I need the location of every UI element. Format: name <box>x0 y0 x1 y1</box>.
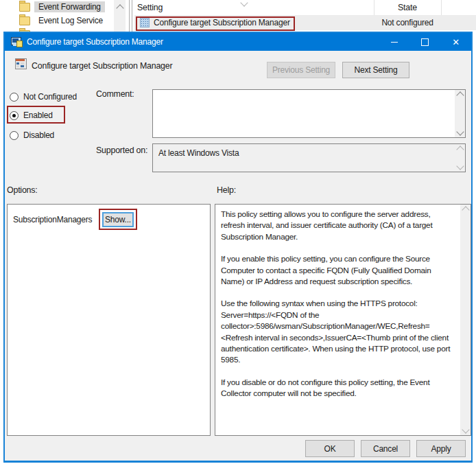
policy-setting-name: Configure target Subscription Manager <box>154 16 290 30</box>
help-label: Help: <box>217 185 236 195</box>
folder-icon <box>19 3 30 12</box>
maximize-button[interactable] <box>409 33 440 51</box>
policy-setting-icon <box>140 18 150 27</box>
radio-circle[interactable] <box>10 111 19 120</box>
radio-enabled[interactable]: Enabled <box>10 111 53 120</box>
radio-circle[interactable] <box>10 131 19 140</box>
radio-label: Disabled <box>23 130 54 140</box>
supported-on-box: At least Windows Vista <box>152 143 466 172</box>
chevron-down-icon <box>241 0 247 8</box>
previous-setting-button[interactable]: Previous Setting <box>267 62 335 78</box>
group-policy-app-icon <box>11 37 22 47</box>
radio-label: Not Configured <box>23 92 77 102</box>
subscription-managers-label: SubscriptionManagers <box>13 215 92 224</box>
scroll-down-icon <box>456 162 464 170</box>
policy-list-row[interactable]: Configure target Subscription Manager No… <box>134 16 476 30</box>
supported-on-scrollbar <box>455 144 465 172</box>
radio-label: Enabled <box>23 111 53 120</box>
scroll-down-icon[interactable] <box>456 128 464 135</box>
folder-icon <box>19 16 30 25</box>
tree-item-label: Event Forwarding <box>34 1 105 12</box>
help-scrollbar[interactable] <box>460 205 471 435</box>
setting-heading: Configure target Subscription Manager <box>32 61 172 71</box>
dialog-titlebar[interactable]: Configure target Subscription Manager ✕ <box>5 33 471 51</box>
tree-scrollbar[interactable] <box>114 0 126 32</box>
scroll-up-icon[interactable] <box>462 206 469 213</box>
help-paragraph: This policy setting allows you to config… <box>221 209 455 242</box>
help-paragraph: If you disable or do not configure this … <box>221 377 455 399</box>
column-header-state[interactable]: State <box>374 0 441 15</box>
minimize-button[interactable] <box>379 33 409 51</box>
scroll-up-icon[interactable] <box>116 4 123 12</box>
help-panel: This policy setting allows you to config… <box>215 204 471 436</box>
dialog-title: Configure target Subscription Manager <box>27 37 163 47</box>
column-header-setting[interactable]: Setting <box>137 0 163 15</box>
next-setting-button[interactable]: Next Setting <box>342 62 409 78</box>
column-divider[interactable] <box>374 0 374 15</box>
options-panel: SubscriptionManagers <box>7 204 211 436</box>
ok-button[interactable]: OK <box>305 440 355 457</box>
scroll-up-icon <box>456 146 464 153</box>
cancel-button[interactable]: Cancel <box>361 440 410 457</box>
column-divider[interactable] <box>441 0 442 15</box>
comment-textarea[interactable] <box>152 89 466 138</box>
scroll-down-icon[interactable] <box>462 426 469 433</box>
comment-label: Comment: <box>96 89 134 99</box>
maximize-icon <box>421 38 429 46</box>
tree-list-splitter[interactable] <box>129 0 132 32</box>
comment-scrollbar[interactable] <box>455 90 465 137</box>
radio-circle[interactable] <box>10 93 19 102</box>
close-icon: ✕ <box>452 38 460 47</box>
minimize-icon <box>391 42 398 43</box>
policy-state: Not configured <box>374 16 441 30</box>
help-paragraph: Use the following syntax when using the … <box>221 298 455 365</box>
screen: Event Forwarding Event Log Service ▸ ▸ ▸… <box>0 0 476 464</box>
help-text: This policy setting allows you to config… <box>221 209 455 432</box>
show-button[interactable]: Show... <box>102 212 134 227</box>
options-label: Options: <box>7 185 38 195</box>
radio-not-configured[interactable]: Not Configured <box>10 92 77 102</box>
scroll-up-icon[interactable] <box>456 91 464 99</box>
tree-item-label: Event Log Service <box>34 15 107 26</box>
close-button[interactable]: ✕ <box>440 33 471 51</box>
supported-on-value: At least Windows Vista <box>158 148 239 158</box>
apply-button[interactable]: Apply <box>416 440 466 457</box>
help-paragraph: If you enable this policy setting, you c… <box>221 253 455 287</box>
supported-on-label: Supported on: <box>96 146 147 155</box>
radio-disabled[interactable]: Disabled <box>10 130 54 140</box>
